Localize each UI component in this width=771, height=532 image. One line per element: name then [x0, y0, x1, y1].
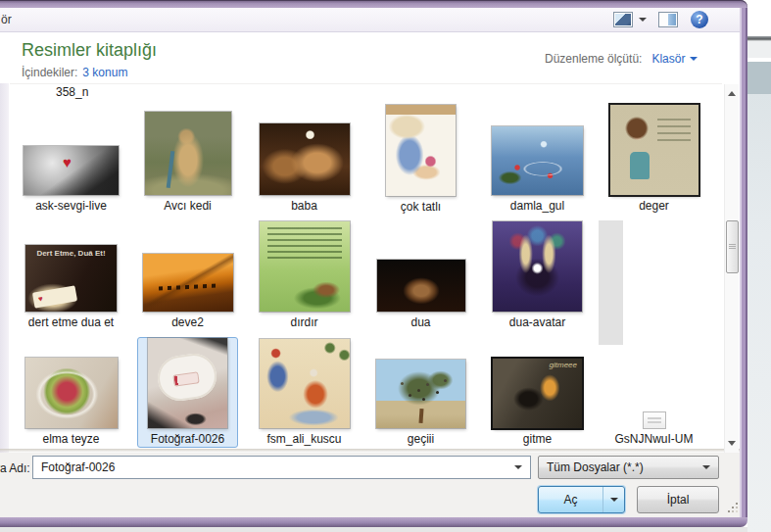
filename-dropdown-icon[interactable]: [514, 465, 522, 469]
chevron-down-icon[interactable]: [690, 57, 698, 61]
thumbnail-wrap: [255, 105, 354, 198]
open-button-label: Aç: [539, 487, 602, 512]
thumbnail-wrap: [371, 338, 470, 431]
dirdir-thumbnail: [260, 221, 350, 312]
vertical-scrollbar[interactable]: [724, 84, 739, 453]
file-item-label: deve2: [138, 314, 237, 330]
file-item[interactable]: Avcı kedi: [137, 104, 238, 215]
file-item[interactable]: dua-avatar: [487, 220, 588, 331]
resize-grip[interactable]: [727, 502, 739, 513]
open-split-dropdown[interactable]: [602, 487, 624, 512]
help-icon[interactable]: ?: [691, 11, 708, 28]
thumbnail-wrap: [604, 338, 703, 431]
open-button[interactable]: Aç: [538, 486, 625, 513]
file-item[interactable]: elma teyze: [21, 337, 121, 448]
thumbnail-wrap: [255, 338, 354, 431]
file-item[interactable]: çok tatlı: [370, 104, 471, 215]
thumbnail-wrap: [488, 105, 587, 198]
file-item-label: geçiii: [371, 431, 470, 447]
scrollbar-grip: [729, 244, 736, 249]
cok-tatli-thumbnail: [386, 105, 456, 196]
file-item[interactable]: ask-sevgi-live: [21, 104, 121, 215]
thumbnail-wrap: [488, 221, 587, 314]
thumbnail-wrap: [604, 105, 703, 198]
views-icon[interactable]: [613, 12, 633, 27]
dialog-footer: ya Adı: Fotoğraf-0026 Tüm Dosyalar (*.*)…: [0, 453, 740, 517]
window-outer-edge: [0, 527, 747, 532]
thumbnail-wrap: [138, 105, 237, 198]
dua-avatar-thumbnail: [493, 221, 582, 312]
dert-etme-dua-et-thumbnail: Dert Etme, Duâ Et!: [25, 245, 117, 312]
filename-label: ya Adı:: [0, 461, 30, 475]
deger-thumbnail: [610, 105, 699, 195]
file-item[interactable]: damla_gul: [487, 104, 588, 215]
scroll-down-icon[interactable]: [728, 441, 736, 446]
desktop-background: [747, 0, 771, 532]
open-file-dialog: ör ? Resimler kitaplığı İçindekiler:3 ko…: [0, 0, 771, 532]
arrange-label: Düzenleme ölçütü:: [545, 52, 642, 66]
baba-thumbnail: [260, 123, 350, 195]
scrollbar-thumb[interactable]: [726, 220, 739, 273]
file-item[interactable]: Dert Etme, Duâ Et!dert etme dua et: [21, 220, 121, 331]
filetype-select[interactable]: Tüm Dosyalar (*.*): [538, 456, 719, 479]
geciii-thumbnail: [376, 360, 465, 428]
file-item-label: dua-avatar: [488, 314, 587, 330]
filename-input[interactable]: Fotoğraf-0026: [32, 456, 531, 479]
file-item[interactable]: deve2: [137, 220, 238, 331]
file-item-label: baba: [255, 198, 354, 214]
filetype-value: Tüm Dosyalar (*.*): [547, 457, 644, 478]
file-item[interactable]: deger: [603, 104, 704, 215]
arrange-value[interactable]: Klasör: [651, 52, 685, 66]
window-bottom-border: [0, 517, 747, 527]
file-item[interactable]: geçiii: [370, 337, 471, 448]
filetype-dropdown-icon[interactable]: [702, 465, 710, 469]
file-item-label: deger: [604, 198, 703, 214]
thumbnail-overlay-text: gitmeee: [493, 361, 582, 369]
thumbnail-wrap: [22, 338, 120, 431]
file-item[interactable]: dırdır: [254, 220, 355, 331]
thumbnail-wrap: [371, 221, 470, 314]
left-gutter: [0, 83, 10, 453]
file-item[interactable]: dua: [370, 220, 471, 331]
file-item-label: gitme: [488, 431, 587, 447]
file-item[interactable]: baba: [254, 104, 355, 215]
thumbnail-wrap: [138, 221, 237, 314]
chevron-down-icon: [610, 498, 618, 502]
arrange-by-control: Düzenleme ölçütü: Klasör: [545, 52, 698, 66]
contents-link[interactable]: 3 konum: [82, 66, 127, 79]
thumbnail-wrap: [255, 221, 354, 314]
dua-thumbnail: [377, 260, 465, 312]
file-item-label: fsm_ali_kuscu: [255, 431, 354, 447]
file-item[interactable]: GsNJNwuI-UM: [603, 337, 704, 448]
gsnjnwui-um-thumbnail: [644, 412, 665, 428]
scroll-up-icon[interactable]: [728, 91, 736, 96]
file-item-label: ask-sevgi-live: [22, 198, 120, 214]
views-dropdown-icon[interactable]: [639, 18, 647, 22]
file-item-label: dua: [371, 314, 470, 330]
file-item-label: dırdır: [255, 314, 354, 330]
file-item-label: elma teyze: [22, 431, 120, 447]
fotograf-0026-thumbnail: [148, 338, 227, 428]
ask-sevgi-live-thumbnail: [24, 146, 119, 195]
file-item[interactable]: gitmeeegitme: [487, 337, 588, 448]
file-item-label: Fotoğraf-0026: [138, 431, 237, 447]
toolbar-text-fragment[interactable]: ör: [1, 13, 12, 26]
file-item[interactable]: Fotoğraf-0026: [137, 337, 238, 448]
library-subtitle: İçindekiler:3 konum: [22, 66, 127, 79]
loading-thumbnail-placeholder: [599, 220, 623, 345]
cancel-button[interactable]: İptal: [637, 486, 719, 513]
list-top-divider: [10, 83, 722, 84]
file-item-label: Avcı kedi: [138, 198, 237, 214]
library-title: Resimler kitaplığı: [22, 40, 157, 61]
preview-pane-icon[interactable]: [658, 12, 678, 27]
file-item[interactable]: fsm_ali_kuscu: [254, 337, 355, 448]
thumbnail-wrap: gitmeee: [488, 338, 587, 431]
thumbnail-wrap: [138, 338, 237, 431]
deve2-thumbnail: [143, 254, 233, 312]
avci-kedi-thumbnail: [145, 112, 231, 195]
damla-gul-thumbnail: [492, 126, 583, 195]
file-item-label: çok tatlı: [371, 199, 470, 215]
partial-file-item-label[interactable]: 358_n: [56, 85, 88, 99]
window-titlebar: [0, 0, 747, 8]
gitme-thumbnail: gitmeee: [493, 359, 582, 428]
